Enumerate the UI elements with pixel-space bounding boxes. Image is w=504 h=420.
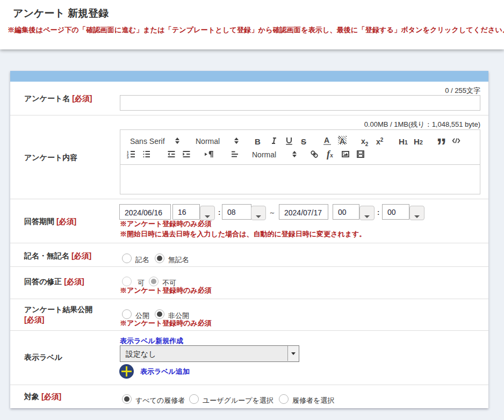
svg-text:3: 3 <box>127 156 129 159</box>
